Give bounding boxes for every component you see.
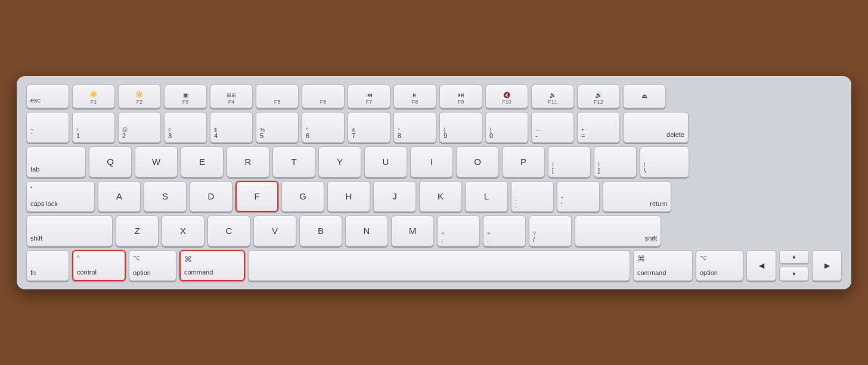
key-m[interactable]: M (391, 216, 434, 247)
key-command-left[interactable]: ⌘ command (179, 250, 245, 281)
key-arrow-up[interactable]: ▲ (779, 250, 809, 264)
key-f12[interactable]: 🔊 F12 (577, 85, 620, 108)
key-capslock[interactable]: • caps lock (26, 181, 95, 212)
key-l[interactable]: L (465, 181, 508, 212)
key-x[interactable]: X (162, 216, 204, 247)
key-2[interactable]: @ 2 (118, 112, 161, 143)
key-s[interactable]: S (144, 181, 187, 212)
key-equals[interactable]: + = (577, 112, 620, 143)
key-y[interactable]: Y (318, 146, 361, 177)
key-a[interactable]: A (98, 181, 141, 212)
key-0[interactable]: ) 0 (485, 112, 528, 143)
key-6[interactable]: ^ 6 (302, 112, 345, 143)
key-d[interactable]: D (190, 181, 232, 212)
key-tab[interactable]: tab (26, 146, 86, 177)
shift-row: shift Z X C V B N M < , > . (26, 216, 842, 247)
key-shift-left[interactable]: shift (26, 216, 113, 247)
key-f[interactable]: F (235, 181, 278, 212)
key-comma[interactable]: < , (437, 216, 480, 247)
key-8[interactable]: * 8 (393, 112, 436, 143)
key-f8[interactable]: ⏯ F8 (393, 85, 436, 108)
key-period[interactable]: > . (483, 216, 526, 247)
key-backslash[interactable]: | \ (640, 146, 689, 177)
key-option-right[interactable]: ⌥ option (696, 250, 743, 281)
key-f6[interactable]: F6 (302, 85, 345, 108)
key-h[interactable]: H (327, 181, 370, 212)
key-e[interactable]: E (181, 146, 224, 177)
key-i[interactable]: I (410, 146, 453, 177)
key-r[interactable]: R (227, 146, 269, 177)
key-control[interactable]: ^ control (72, 250, 126, 281)
caps-row: • caps lock A S D F G H J K L : (26, 181, 842, 212)
key-k[interactable]: K (419, 181, 462, 212)
key-arrow-down[interactable]: ▼ (779, 267, 809, 281)
key-space[interactable] (248, 250, 630, 281)
key-f1[interactable]: ☀️ F1 (72, 85, 115, 108)
key-semicolon[interactable]: : ; (511, 181, 554, 212)
key-delete[interactable]: delete (623, 112, 689, 143)
key-b[interactable]: B (299, 216, 342, 247)
key-f9[interactable]: ⏭ F9 (439, 85, 482, 108)
fn-row: esc ☀️ F1 🔆 F2 ▣ F3 ⊞⊞ F4 (26, 85, 842, 108)
key-f3[interactable]: ▣ F3 (164, 85, 207, 108)
key-esc[interactable]: esc (26, 85, 69, 108)
key-u[interactable]: U (364, 146, 407, 177)
key-7[interactable]: & 7 (348, 112, 390, 143)
key-rbracket[interactable]: } ] (594, 146, 637, 177)
key-f11[interactable]: 🔈 F11 (531, 85, 574, 108)
key-command-right[interactable]: ⌘ command (633, 250, 693, 281)
key-tilde[interactable]: ~ ` (26, 112, 69, 143)
key-g[interactable]: G (281, 181, 324, 212)
key-p[interactable]: P (502, 146, 545, 177)
tab-row: tab Q W E R T Y U I O P (26, 146, 842, 177)
key-v[interactable]: V (253, 216, 296, 247)
key-t[interactable]: T (272, 146, 315, 177)
key-5[interactable]: % 5 (256, 112, 299, 143)
key-quote[interactable]: " ' (557, 181, 600, 212)
key-f10[interactable]: 🔇 F10 (485, 85, 528, 108)
key-arrow-left[interactable]: ◀ (746, 250, 776, 281)
key-n[interactable]: N (345, 216, 388, 247)
key-arrow-updown: ▲ ▼ (779, 250, 809, 281)
key-eject[interactable]: ⏏ (623, 85, 666, 108)
key-f2[interactable]: 🔆 F2 (118, 85, 161, 108)
key-fn[interactable]: fn (26, 250, 69, 281)
key-o[interactable]: O (456, 146, 499, 177)
number-row: ~ ` ! 1 @ 2 # 3 $ 4 % 5 ^ 6 & 7 (26, 112, 842, 143)
key-shift-right[interactable]: shift (575, 216, 661, 247)
key-4[interactable]: $ 4 (210, 112, 253, 143)
key-1[interactable]: ! 1 (72, 112, 115, 143)
key-9[interactable]: ( 9 (439, 112, 482, 143)
key-q[interactable]: Q (89, 146, 132, 177)
keyboard: esc ☀️ F1 🔆 F2 ▣ F3 ⊞⊞ F4 (17, 76, 851, 289)
key-w[interactable]: W (135, 146, 178, 177)
key-f5[interactable]: F5 (256, 85, 299, 108)
key-lbracket[interactable]: { [ (548, 146, 591, 177)
key-slash[interactable]: ? / (529, 216, 572, 247)
key-z[interactable]: Z (116, 216, 159, 247)
key-minus[interactable]: — - (531, 112, 574, 143)
key-option-left[interactable]: ⌥ option (129, 250, 176, 281)
key-return[interactable]: return (603, 181, 671, 212)
bottom-row: fn ^ control ⌥ option ⌘ command ⌘ comman… (26, 250, 842, 281)
key-f7[interactable]: ⏮ F7 (348, 85, 390, 108)
key-f4[interactable]: ⊞⊞ F4 (210, 85, 253, 108)
key-arrow-right[interactable]: ▶ (812, 250, 842, 281)
key-c[interactable]: C (207, 216, 250, 247)
key-j[interactable]: J (373, 181, 416, 212)
key-3[interactable]: # 3 (164, 112, 207, 143)
